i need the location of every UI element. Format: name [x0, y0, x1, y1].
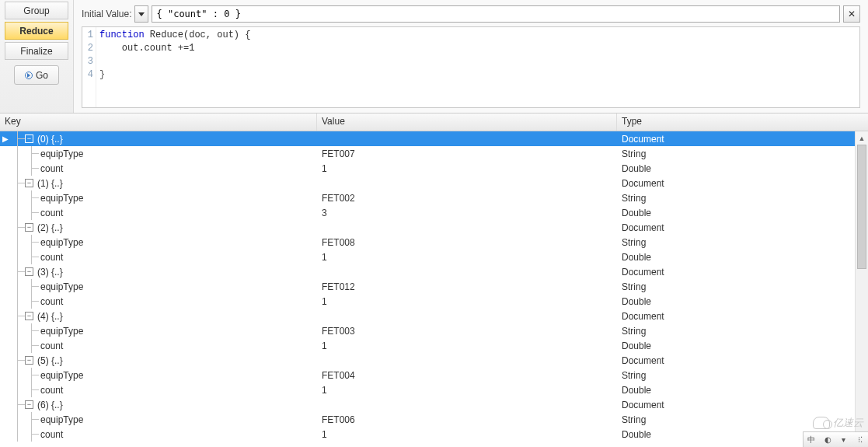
tree-guide [11, 190, 25, 205]
tree-field-row[interactable]: equipTypeFET004String [0, 368, 868, 382]
tree-guide [25, 412, 39, 427]
tree-guide [25, 250, 39, 264]
line-gutter: 1 2 3 4 [82, 27, 96, 107]
tree-guide [25, 205, 39, 220]
code-text: out.count +=1 [99, 43, 194, 54]
column-value[interactable]: Value [317, 113, 617, 131]
tree-document-row[interactable]: −(3) {..}Document [0, 264, 868, 279]
tree-field-row[interactable]: count1Double [0, 250, 868, 264]
tree-guide [11, 250, 25, 264]
play-icon [25, 72, 33, 79]
tab-group[interactable]: Group [5, 2, 68, 19]
status-grip-icon[interactable]: ⁝⁚ [854, 435, 866, 444]
tab-sidebar: Group Reduce Finalize Go [0, 0, 74, 113]
tree-guide [11, 382, 25, 397]
tree-guide [11, 176, 25, 190]
tree-field-row[interactable]: equipTypeFET003String [0, 323, 868, 338]
tree-guide [25, 338, 39, 353]
scroll-up-icon[interactable]: ▲ [856, 131, 868, 145]
row-pointer-icon: ▶ [0, 134, 11, 143]
doc-label: (2) {..} [36, 222, 63, 233]
code-content[interactable]: function Reduce(doc, out) { out.count +=… [96, 27, 253, 107]
status-ime[interactable]: 中 [805, 435, 817, 445]
field-value: 1 [317, 385, 617, 396]
field-type: String [617, 326, 868, 337]
tree-guide [11, 220, 25, 235]
code-editor[interactable]: 1 2 3 4 function Reduce(doc, out) { out.… [82, 26, 860, 108]
collapse-icon[interactable]: − [25, 134, 33, 143]
tree-field-row[interactable]: equipTypeFET007String [0, 146, 868, 161]
code-keyword: function [99, 30, 145, 40]
field-key: count [39, 340, 63, 351]
field-key: equipType [39, 414, 83, 425]
field-type: Double [617, 340, 868, 351]
field-key: count [39, 252, 63, 263]
doc-label: (6) {..} [36, 400, 63, 410]
tab-reduce[interactable]: Reduce [5, 22, 68, 40]
field-value: FET008 [317, 237, 617, 248]
collapse-icon[interactable]: − [25, 179, 33, 187]
tree-field-row[interactable]: count1Double [0, 294, 868, 309]
top-panel: Group Reduce Finalize Go Initial Value: … [0, 0, 868, 113]
tree-field-row[interactable]: count1Double [0, 382, 868, 397]
tree-guide [11, 146, 25, 161]
tree-guide [25, 323, 39, 338]
field-value: 1 [317, 429, 617, 440]
tree-guide [11, 338, 25, 353]
status-caret[interactable]: ▾ [838, 435, 850, 444]
vertical-scrollbar[interactable]: ▲ ▼ [855, 131, 868, 447]
statusbar[interactable]: 中 ◐ ▾ ⁝⁚ [803, 431, 868, 447]
tree-document-row[interactable]: ▶−(0) {..}Document [0, 131, 868, 146]
field-key: equipType [39, 193, 83, 204]
field-value: 1 [317, 252, 617, 263]
column-type[interactable]: Type [617, 113, 868, 131]
status-mode[interactable]: ◐ [821, 435, 834, 444]
field-value: 1 [317, 296, 617, 307]
tree-field-row[interactable]: equipTypeFET002String [0, 190, 868, 205]
tree-field-row[interactable]: count1Double [0, 161, 868, 176]
tree-field-row[interactable]: count1Double [0, 427, 868, 442]
editor-panel: Initial Value: ✕ 1 2 3 4 function Reduce… [74, 0, 868, 113]
tree-field-row[interactable]: equipTypeFET006String [0, 412, 868, 427]
field-value: FET012 [317, 281, 617, 292]
line-number: 1 [82, 29, 93, 42]
field-key: equipType [39, 281, 83, 292]
collapse-icon[interactable]: − [25, 312, 33, 320]
field-value: FET006 [317, 414, 617, 425]
field-type: Document [617, 134, 868, 145]
tree-field-row[interactable]: count1Double [0, 338, 868, 353]
go-button[interactable]: Go [14, 65, 59, 85]
collapse-icon[interactable]: − [25, 356, 33, 365]
tree-guide [25, 161, 39, 176]
tree-document-row[interactable]: −(5) {..}Document [0, 353, 868, 368]
scroll-thumb[interactable] [857, 145, 866, 269]
initial-value-dropdown[interactable] [134, 5, 148, 23]
column-key[interactable]: Key [0, 113, 317, 131]
tree-guide [25, 368, 39, 382]
tree-field-row[interactable]: count3Double [0, 205, 868, 220]
tree-document-row[interactable]: −(4) {..}Document [0, 309, 868, 323]
line-number: 3 [82, 55, 93, 68]
tree-guide [11, 235, 25, 250]
tree-guide [25, 382, 39, 397]
tab-finalize[interactable]: Finalize [5, 42, 68, 60]
field-value: 1 [317, 340, 617, 351]
results-body[interactable]: ▶−(0) {..}DocumentequipTypeFET007Stringc… [0, 131, 868, 447]
collapse-icon[interactable]: − [25, 223, 33, 232]
tree-guide [11, 397, 25, 412]
tree-field-row[interactable]: equipTypeFET008String [0, 235, 868, 250]
collapse-icon[interactable]: − [25, 400, 33, 409]
tree-guide [25, 427, 39, 442]
tree-field-row[interactable]: equipTypeFET012String [0, 279, 868, 294]
doc-label: (0) {..} [36, 134, 63, 145]
collapse-icon[interactable]: − [25, 267, 33, 276]
tree-document-row[interactable]: −(1) {..}Document [0, 176, 868, 190]
tree-document-row[interactable]: −(6) {..}Document [0, 397, 868, 412]
clear-button[interactable]: ✕ [843, 5, 860, 23]
initial-value-row: Initial Value: ✕ [82, 5, 860, 23]
field-type: Double [617, 163, 868, 174]
field-key: equipType [39, 326, 83, 337]
initial-value-input[interactable] [152, 5, 840, 23]
tree-guide [11, 353, 25, 368]
tree-document-row[interactable]: −(2) {..}Document [0, 220, 868, 235]
